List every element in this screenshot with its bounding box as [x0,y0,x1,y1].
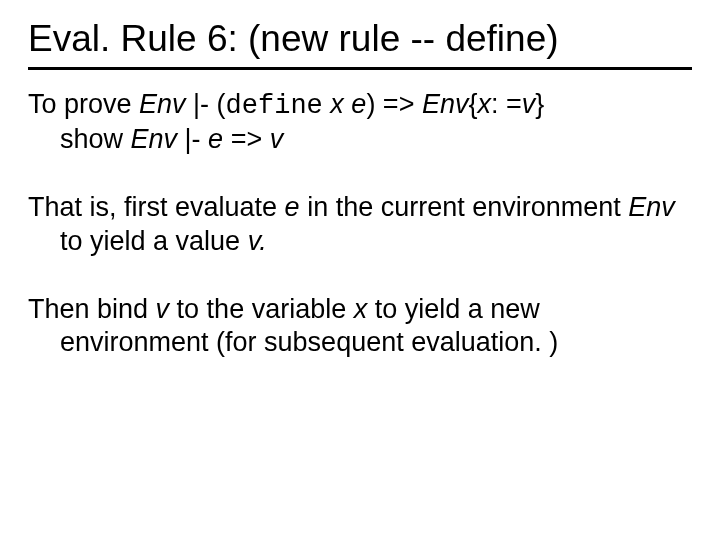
text: to yield a value [60,226,248,256]
explanation-2-text: Then bind v to the variable x to yield a… [28,293,692,361]
slide-body: To prove Env |- (define x e) => Env{x: =… [28,88,692,361]
text: => [223,124,270,154]
var-v: v [156,294,170,324]
explanation-1: That is, first evaluate e in the current… [28,191,692,259]
rule-statement: To prove Env |- (define x e) => Env{x: =… [28,88,692,158]
text: To prove [28,89,139,119]
slide-title: Eval. Rule 6: (new rule -- define) [28,18,692,70]
var-x: x [354,294,368,324]
text: : = [491,89,522,119]
keyword-define: define [226,91,323,121]
var-x: x [330,89,344,119]
var-v: v [270,124,284,154]
text: . [259,226,267,256]
var-env: Env [139,89,186,119]
var-e: e [208,124,223,154]
text: Then bind [28,294,156,324]
text: in the current environment [300,192,629,222]
rule-line-1: To prove Env |- (define x e) => Env{x: =… [28,88,692,124]
text: That is, first evaluate [28,192,285,222]
var-v: v [522,89,536,119]
text: |- ( [186,89,226,119]
var-env: Env [131,124,178,154]
var-env: Env [628,192,675,222]
explanation-2: Then bind v to the variable x to yield a… [28,293,692,361]
var-x: x [477,89,491,119]
text: } [535,89,544,119]
rule-line-2: show Env |- e => v [28,123,692,157]
text: ) => [366,89,422,119]
explanation-1-text: That is, first evaluate e in the current… [28,191,692,259]
text: show [60,124,131,154]
var-e: e [285,192,300,222]
text: to the variable [169,294,354,324]
var-env: Env [422,89,469,119]
text: |- [177,124,208,154]
slide: Eval. Rule 6: (new rule -- define) To pr… [0,0,720,540]
var-v: v [248,226,260,256]
var-e: e [351,89,366,119]
